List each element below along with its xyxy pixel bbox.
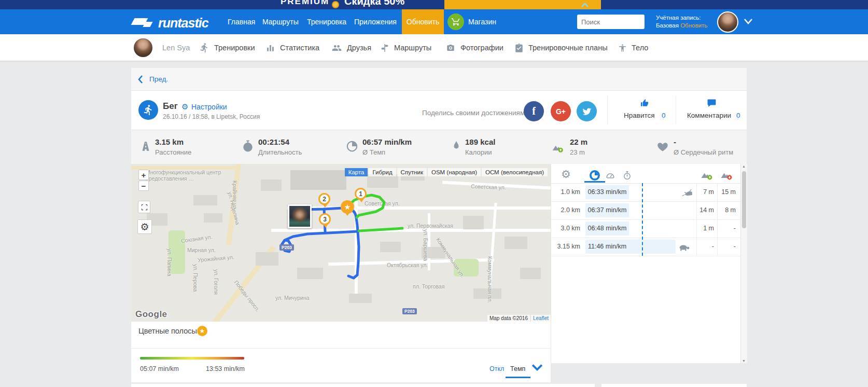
nav-link-training[interactable]: Тренировка — [307, 9, 346, 34]
geotagged-photo-thumbnail[interactable] — [288, 204, 312, 228]
nav-link-home[interactable]: Главная — [228, 9, 255, 34]
legend-max-pace: 13:53 min/km — [206, 365, 245, 372]
leaflet-link[interactable]: Leaflet — [531, 315, 551, 322]
comments-button[interactable]: Комментарии 0 — [677, 91, 747, 129]
runtastic-logo[interactable]: runtastic — [132, 16, 208, 31]
km-marker[interactable]: 2 — [318, 193, 330, 205]
profile-avatar[interactable] — [134, 38, 152, 57]
brand-name: runtastic — [158, 16, 208, 31]
layer-satellite[interactable]: Спутник — [397, 168, 427, 176]
settings-link[interactable]: Настройки — [191, 103, 227, 111]
map-card: Многофункциональный центр предоставления… — [131, 164, 551, 382]
tab-duration-icon[interactable] — [622, 170, 632, 181]
map-settings-button[interactable]: ⚙ — [137, 219, 152, 234]
promo-upgrade-button[interactable] — [444, 0, 601, 9]
account-info: Учётная запись: Базовая Обновить — [656, 14, 707, 30]
back-chevron-icon[interactable] — [138, 75, 143, 84]
profile-username: Len Sya — [162, 44, 190, 52]
turtle-icon — [678, 243, 691, 252]
stat-elevation-gain-value: 22 m — [570, 137, 587, 146]
legend-metric-tab[interactable]: Темп — [510, 365, 525, 372]
start-star-marker[interactable]: ★ — [341, 200, 354, 214]
premium-banner[interactable]: PREMIUM Скидка 50% — [0, 0, 868, 9]
search-input[interactable] — [577, 15, 645, 29]
split-distance: 3.0 km — [551, 219, 580, 238]
back-link[interactable]: Пред. — [149, 75, 168, 83]
active-tab-underline — [506, 377, 530, 378]
zoom-out-button[interactable]: − — [138, 181, 149, 191]
heart-icon — [655, 140, 670, 153]
subnav-tab-body[interactable]: Тело — [618, 34, 648, 61]
tab-speed-icon[interactable] — [605, 171, 615, 180]
nav-link-store[interactable]: Магазин — [468, 9, 496, 34]
google-logo[interactable]: Google — [135, 309, 167, 320]
split-elev-gain: - — [697, 238, 714, 256]
twitter-bird-icon — [582, 106, 592, 117]
stats-row: 3.15 km Расстояние 00:21:54 Длительность… — [131, 130, 747, 164]
subnav-tab-statistics[interactable]: Статистика — [265, 34, 319, 61]
likes-button[interactable]: Нравится 0 — [608, 91, 676, 129]
legend-chevron-down-icon[interactable] — [531, 363, 543, 371]
flame-icon — [450, 139, 463, 154]
chevron-up-icon — [581, 2, 589, 8]
divider — [131, 348, 551, 349]
layer-osm-cycle[interactable]: ОСМ (велосипедная) — [482, 168, 548, 176]
subnav-tab-friends[interactable]: Друзья — [331, 34, 371, 61]
split-elev-gain: 1 m — [697, 219, 714, 238]
next-sidebar-card — [601, 384, 747, 387]
gps-route — [131, 164, 551, 322]
star-icon: ★ — [200, 327, 205, 335]
scroll-up-arrow[interactable]: ▲ — [742, 164, 746, 168]
bar-chart-icon — [265, 43, 275, 53]
runtastic-flag-icon — [132, 17, 153, 30]
stopwatch-icon — [241, 140, 255, 153]
legend-off-button[interactable]: Откл — [489, 365, 504, 372]
km-marker[interactable]: 3 — [319, 213, 331, 225]
stat-pace-label: Ø Темп — [362, 148, 412, 156]
subnav-tab-training-plans[interactable]: Тренировочные планы — [514, 34, 608, 61]
route-map[interactable]: Многофункциональный центр предоставления… — [131, 164, 551, 322]
split-pace: 11:46 min/km — [585, 240, 629, 254]
stat-calories-value: 189 kcal — [465, 137, 495, 146]
runner-icon — [143, 104, 154, 116]
upgrade-button[interactable]: Обновить — [402, 9, 444, 34]
account-plan: Базовая — [656, 22, 679, 29]
settings-gear-icon: ⚙ — [181, 102, 188, 112]
sport-type-icon — [138, 100, 158, 120]
km-marker[interactable]: 1 — [355, 188, 367, 200]
splits-panel: ⚙ 1.0 km 06:33 min/km — [551, 164, 747, 363]
camera-icon — [445, 43, 456, 52]
splits-scrollbar[interactable]: ▲ ▼ — [740, 164, 747, 363]
stat-heartrate-value: - — [674, 137, 733, 146]
activity-subtitle: 26.10.16 / 18:58, в Lipetsk, Россия — [163, 113, 260, 120]
user-avatar[interactable] — [717, 11, 738, 33]
tab-pace-icon[interactable] — [589, 170, 600, 181]
divider — [607, 96, 608, 124]
zoom-in-button[interactable]: + — [138, 170, 149, 180]
facebook-share-button[interactable]: f — [524, 101, 544, 121]
subnav-tab-activities[interactable]: Тренировки — [199, 34, 255, 61]
stat-duration-value: 00:21:54 — [258, 137, 302, 146]
scroll-down-arrow[interactable]: ▼ — [742, 359, 746, 363]
store-cart-icon[interactable] — [447, 13, 464, 30]
scrollbar-thumb[interactable] — [742, 171, 746, 228]
subnav-tab-routes[interactable]: Маршруты — [380, 34, 431, 61]
legend-title: Цветные полосы — [138, 327, 197, 335]
stat-distance-value: 3.15 km — [155, 137, 191, 146]
account-upgrade-link[interactable]: Обновить — [680, 22, 707, 29]
splits-settings-gear-icon[interactable]: ⚙ — [561, 168, 571, 181]
nav-link-routes[interactable]: Маршруты — [262, 9, 299, 34]
split-pace: 06:48 min/km — [585, 222, 629, 236]
layer-hybrid[interactable]: Гибрид — [369, 168, 396, 176]
fullscreen-icon — [141, 203, 148, 211]
nav-link-apps[interactable]: Приложения — [354, 9, 397, 34]
road-badge: P203 — [402, 308, 417, 314]
subnav-tab-photos[interactable]: Фотографии — [445, 34, 503, 61]
runtastic-activity-page: PREMIUM Скидка 50% runtastic Главная Мар… — [0, 0, 868, 387]
fullscreen-button[interactable] — [138, 201, 150, 213]
layer-osm[interactable]: OSM (народная) — [428, 168, 481, 176]
twitter-share-button[interactable] — [577, 101, 597, 121]
account-chevron-down-icon[interactable] — [744, 18, 753, 25]
layer-map[interactable]: Карта — [345, 168, 368, 176]
gplus-share-button[interactable]: G+ — [551, 101, 571, 121]
